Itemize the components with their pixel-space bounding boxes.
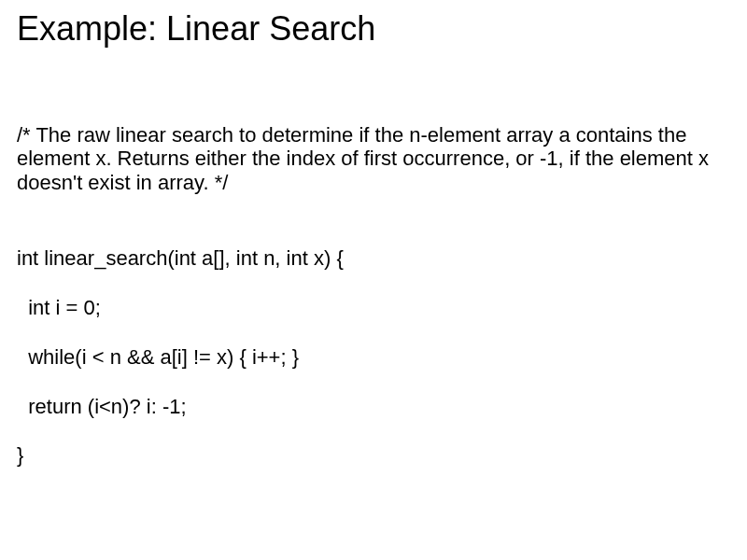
code-line: int i = 0; (17, 296, 730, 320)
code-line: } (17, 443, 730, 468)
code-line: while(i < n && a[i] != x) { i++; } (17, 345, 730, 370)
code-line: int linear_search(int a[], int n, int x)… (17, 246, 730, 271)
slide-title: Example: Linear Search (17, 9, 730, 49)
code-block: int linear_search(int a[], int n, int x)… (17, 222, 730, 493)
code-comment: /* The raw linear search to determine if… (17, 123, 730, 194)
code-line: return (i<n)? i: -1; (17, 395, 730, 419)
